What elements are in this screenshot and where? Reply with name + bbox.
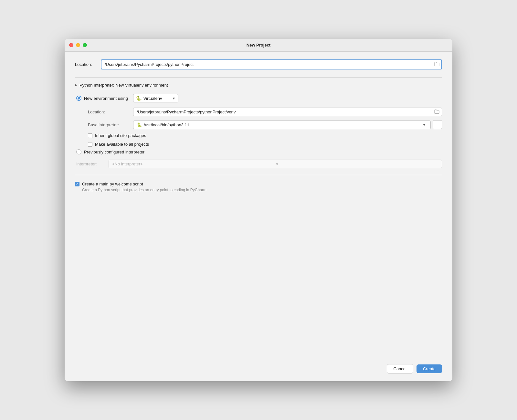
make-available-checkbox[interactable] <box>88 142 92 147</box>
top-folder-browse-button[interactable] <box>434 62 439 67</box>
prev-interp-section: Previously configured interpreter Interp… <box>75 149 442 168</box>
venv-type-icon: 🐍 <box>136 96 142 101</box>
window-title: New Project <box>247 43 270 47</box>
main-py-description: Create a Python script that provides an … <box>82 188 442 192</box>
new-env-radio-label: New environment using <box>84 96 128 101</box>
main-py-section: Create a main.py welcome script Create a… <box>75 175 442 192</box>
titlebar: New Project <box>65 39 452 52</box>
main-py-label: Create a main.py welcome script <box>82 182 143 186</box>
traffic-lights <box>69 43 87 47</box>
venv-location-input[interactable] <box>133 108 442 116</box>
inherit-packages-label: Inherit global site-packages <box>95 133 146 138</box>
interpreter-section-title: Python Interpreter: New Virtualenv envir… <box>79 83 168 88</box>
close-button[interactable] <box>69 43 73 47</box>
new-project-dialog: New Project Location: Python Interpreter… <box>65 39 452 381</box>
minimize-button[interactable] <box>76 43 80 47</box>
new-env-radio-row: New environment using 🐍 Virtualenv ▼ <box>76 94 442 102</box>
top-location-row: Location: <box>75 59 442 69</box>
dialog-content: Location: Python Interpreter: New Virtua… <box>65 52 452 359</box>
venv-location-row: Location: <box>88 108 442 116</box>
prev-interp-radio-row: Previously configured interpreter <box>76 149 442 154</box>
interpreter-section-header[interactable]: Python Interpreter: New Virtualenv envir… <box>75 83 442 88</box>
top-location-input[interactable] <box>101 59 442 69</box>
base-interpreter-select[interactable]: 🐍 /usr/local/bin/python3.11 ▼ <box>133 121 431 129</box>
python-icon: 🐍 <box>137 122 142 127</box>
top-location-label: Location: <box>75 62 101 67</box>
base-interpreter-more-button[interactable]: ... <box>433 120 442 129</box>
create-button[interactable]: Create <box>417 364 442 373</box>
prev-interp-dropdown-row: Interpreter: <No interpreter> ▼ <box>76 160 442 168</box>
prev-interp-placeholder: <No interpreter> <box>112 162 275 166</box>
collapse-triangle-icon <box>75 84 77 87</box>
top-location-input-wrapper <box>101 59 442 69</box>
base-interpreter-row: Base interpreter: 🐍 /usr/local/bin/pytho… <box>88 120 442 129</box>
cancel-button[interactable]: Cancel <box>387 364 413 373</box>
prev-interp-radio-button[interactable] <box>76 149 81 154</box>
main-py-checkbox-row: Create a main.py welcome script <box>75 182 442 186</box>
inherit-packages-checkbox[interactable] <box>88 133 92 138</box>
inherit-packages-row: Inherit global site-packages <box>88 133 442 138</box>
top-divider <box>75 77 442 78</box>
prev-interp-arrow-icon: ▼ <box>275 162 438 166</box>
make-available-label: Make available to all projects <box>95 142 149 147</box>
new-env-indented-section: Location: Base interpreter: 🐍 /usr/local… <box>88 108 442 147</box>
base-interpreter-value: /usr/local/bin/python3.11 <box>144 122 421 127</box>
new-env-radio-button[interactable] <box>76 96 81 101</box>
base-interpreter-label: Base interpreter: <box>88 122 133 127</box>
venv-folder-browse-button[interactable] <box>434 109 439 115</box>
make-available-row: Make available to all projects <box>88 142 442 147</box>
venv-dropdown-arrow-icon: ▼ <box>172 97 175 100</box>
venv-type-label: Virtualenv <box>143 96 170 101</box>
maximize-button[interactable] <box>83 43 87 47</box>
prev-interp-dropdown[interactable]: <No interpreter> ▼ <box>109 160 442 168</box>
venv-type-dropdown[interactable]: 🐍 Virtualenv ▼ <box>133 94 178 102</box>
main-py-checkbox[interactable] <box>75 182 79 186</box>
venv-location-input-wrapper <box>133 108 442 116</box>
prev-interp-dropdown-label: Interpreter: <box>76 162 109 166</box>
base-interpreter-dropdown-arrow-icon[interactable]: ▼ <box>421 123 427 127</box>
prev-interp-radio-label: Previously configured interpreter <box>84 150 144 154</box>
bottom-button-bar: Cancel Create <box>65 359 452 381</box>
venv-location-label: Location: <box>88 110 133 114</box>
